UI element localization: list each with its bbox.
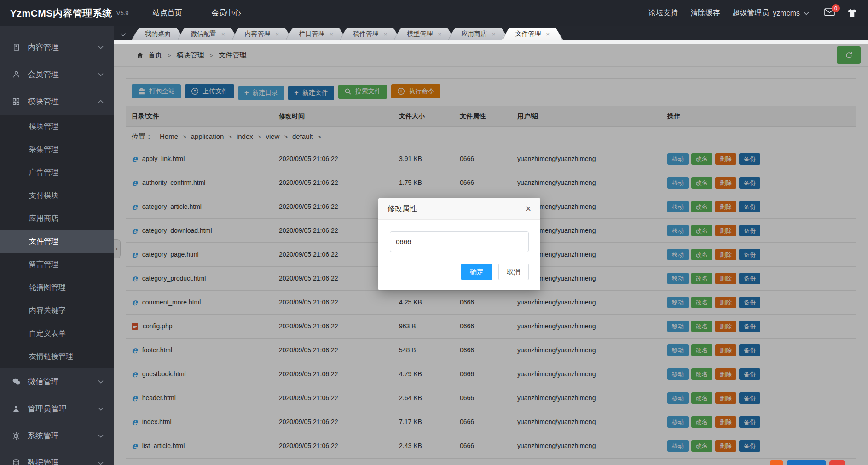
sidebar-item[interactable]: 自定义表单 (0, 322, 114, 345)
tab-close-icon[interactable]: × (221, 31, 225, 38)
tab-label: 稿件管理 (353, 30, 379, 38)
modal-header: 修改属性 × (378, 198, 540, 220)
content-icon (12, 43, 21, 52)
sidebar-item[interactable]: 内容关键字 (0, 299, 114, 322)
tab[interactable]: 模型管理× (393, 28, 455, 40)
sidebar-section-label: 管理员管理 (28, 403, 67, 414)
sidebar-section[interactable]: 管理员管理 (0, 395, 114, 422)
sidebar-section-label: 会员管理 (28, 69, 59, 80)
partial-footer-logo (770, 460, 845, 465)
tab-close-icon[interactable]: × (276, 31, 279, 38)
sidebar: 内容管理会员管理模块管理模块管理采集管理广告管理支付模块应用商店文件管理留言管理… (0, 26, 114, 465)
topbar-right: 论坛支持清除缓存 超级管理员 yzmcms 0 (648, 8, 857, 18)
tab-content-edge (114, 40, 868, 44)
app-version: V5.9 (116, 10, 129, 17)
top-nav: 站点首页会员中心 (153, 8, 241, 18)
sidebar-item[interactable]: 采集管理 (0, 138, 114, 161)
sidebar-section[interactable]: 内容管理 (0, 34, 114, 61)
sidebar-section-label: 数据管理 (28, 458, 59, 465)
modal-dialog: 修改属性 × 确定 取消 (378, 198, 540, 290)
app-logo: YzmCMS内容管理系统 (10, 7, 112, 20)
topnav-item[interactable]: 会员中心 (212, 8, 241, 18)
sidebar-item[interactable]: 轮播图管理 (0, 276, 114, 299)
messages-button[interactable]: 0 (824, 8, 835, 18)
topbar-link[interactable]: 论坛支持 (648, 8, 678, 18)
tab-label: 文件管理 (515, 30, 541, 38)
sidebar-item[interactable]: 广告管理 (0, 161, 114, 184)
tab-close-icon[interactable]: × (546, 31, 550, 38)
theme-tshirt-icon[interactable] (847, 9, 857, 17)
logo-shape (770, 460, 783, 465)
tab[interactable]: 应用商店× (447, 28, 509, 40)
chevron-down-icon (98, 407, 104, 411)
tab-label: 应用商店 (461, 30, 487, 38)
admin-icon (12, 405, 21, 413)
sidebar-item[interactable]: 留言管理 (0, 253, 114, 276)
chevron-down-icon (98, 46, 104, 49)
confirm-button[interactable]: 确定 (461, 264, 492, 280)
chevron-down-icon (98, 434, 104, 438)
username: yzmcms (773, 9, 800, 17)
tab[interactable]: 稿件管理× (339, 28, 401, 40)
modal-body (378, 220, 540, 252)
sidebar-item[interactable]: 模块管理 (0, 115, 114, 138)
sidebar-section[interactable]: 模块管理 (0, 88, 114, 115)
sidebar-section-label: 内容管理 (28, 42, 59, 52)
chevron-down-icon (98, 461, 104, 465)
member-icon (12, 70, 21, 79)
modal-footer: 确定 取消 (378, 252, 540, 290)
module-icon (12, 98, 21, 106)
main-area: 我的桌面微信配置×内容管理×栏目管理×稿件管理×模型管理×应用商店×文件管理× … (114, 26, 868, 465)
database-icon (12, 459, 21, 465)
chevron-down-icon (98, 380, 104, 384)
close-icon[interactable]: × (525, 204, 531, 214)
chevron-up-icon (98, 100, 104, 103)
user-role: 超级管理员 (732, 8, 769, 18)
tab[interactable]: 栏目管理× (285, 28, 347, 40)
tab-close-icon[interactable]: × (384, 31, 388, 38)
sidebar-section-label: 系统管理 (28, 431, 59, 441)
sidebar-section-label: 模块管理 (28, 96, 59, 107)
logo-shape (829, 460, 845, 465)
tab-label: 内容管理 (245, 30, 271, 38)
sidebar-submenu: 模块管理采集管理广告管理支付模块应用商店文件管理留言管理轮播图管理内容关键字自定… (0, 115, 114, 368)
modal-title: 修改属性 (388, 204, 417, 214)
tab-label: 模型管理 (407, 30, 433, 38)
app-body: 内容管理会员管理模块管理模块管理采集管理广告管理支付模块应用商店文件管理留言管理… (0, 26, 868, 465)
topnav-item[interactable]: 站点首页 (153, 8, 182, 18)
tab[interactable]: 微信配置× (177, 28, 239, 40)
tab-close-icon[interactable]: × (492, 31, 496, 38)
message-count-badge: 0 (832, 4, 840, 12)
topbar: YzmCMS内容管理系统 V5.9 站点首页会员中心 论坛支持清除缓存 超级管理… (0, 0, 868, 26)
tab-close-icon[interactable]: × (438, 31, 441, 38)
tab-label: 我的桌面 (145, 30, 171, 38)
wechat-icon (12, 377, 21, 386)
sidebar-section[interactable]: 系统管理 (0, 422, 114, 449)
topbar-link[interactable]: 清除缓存 (690, 8, 720, 18)
tab-label: 微信配置 (191, 30, 216, 38)
sidebar-section-label: 微信管理 (28, 376, 59, 387)
tab-close-icon[interactable]: × (330, 31, 333, 38)
tab[interactable]: 文件管理× (502, 28, 564, 40)
sidebar-section[interactable]: 数据管理 (0, 449, 114, 465)
page-frame: 首页>模块管理>文件管理 打包全站上传文件+新建目录+新建文件搜索文件执行命令 … (114, 44, 868, 465)
system-icon (12, 432, 21, 440)
tab[interactable]: 我的桌面 (131, 28, 185, 40)
tabs-menu-caret-icon[interactable] (120, 33, 126, 37)
cancel-button[interactable]: 取消 (498, 264, 529, 280)
tab[interactable]: 内容管理× (231, 28, 293, 40)
sidebar-item[interactable]: 友情链接管理 (0, 345, 114, 368)
sidebar-item[interactable]: 应用商店 (0, 207, 114, 230)
tab-strip: 我的桌面微信配置×内容管理×栏目管理×稿件管理×模型管理×应用商店×文件管理× (114, 26, 868, 40)
logo-shape (787, 460, 826, 465)
chevron-down-icon (98, 73, 104, 76)
sidebar-item[interactable]: 文件管理 (0, 230, 114, 253)
tab-label: 栏目管理 (299, 30, 324, 38)
sidebar-section[interactable]: 微信管理 (0, 368, 114, 395)
attribute-input[interactable] (390, 231, 529, 252)
sidebar-item[interactable]: 支付模块 (0, 184, 114, 207)
sidebar-section[interactable]: 会员管理 (0, 61, 114, 88)
chevron-down-icon (804, 11, 809, 15)
user-menu[interactable]: 超级管理员 yzmcms (732, 8, 809, 18)
